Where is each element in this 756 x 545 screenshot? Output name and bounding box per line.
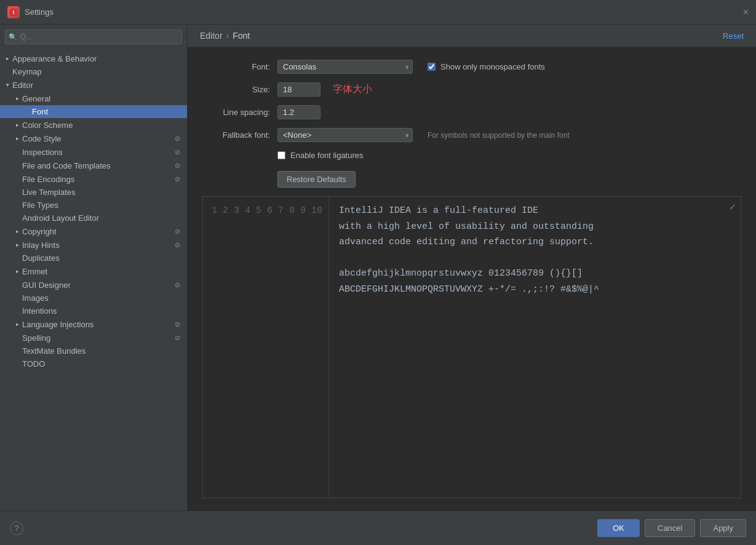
apply-button[interactable]: Apply (700, 519, 746, 537)
sidebar: 🔍 ▸Appearance & BehaviorKeymap▾Editor▸Ge… (0, 25, 188, 511)
sidebar-action-filecodetemplates[interactable]: ⊘ (172, 161, 182, 170)
line-spacing-input[interactable] (277, 105, 320, 119)
breadcrumb-current: Font (233, 31, 250, 41)
sidebar-label-guidesigner: GUI Designer (22, 280, 171, 290)
sidebar-label-duplicates: Duplicates (22, 253, 182, 263)
main-layout: 🔍 ▸Appearance & BehaviorKeymap▾Editor▸Ge… (0, 25, 756, 511)
sidebar-item-codestyle[interactable]: ▸Code Style⊘ (0, 132, 187, 145)
sidebar-label-languageinjections: Language Injections (22, 320, 171, 329)
sidebar-label-intentions: Intentions (22, 306, 182, 316)
sidebar-item-keymap[interactable]: Keymap (0, 65, 187, 78)
sidebar-action-copyright[interactable]: ⊘ (172, 226, 182, 236)
sidebar-item-fileencodings[interactable]: File Encodings⊘ (0, 172, 187, 186)
sidebar-item-inspections[interactable]: Inspections⊘ (0, 145, 187, 159)
font-select-wrapper: ConsolasCourier NewMonacoMenloJetBrains … (277, 60, 413, 74)
line-spacing-label: Line spacing: (202, 108, 270, 117)
code-preview: IntelliJ IDEA is a full-featured IDE wit… (329, 197, 725, 498)
tree-arrow-inlayhints: ▸ (12, 240, 22, 250)
sidebar-label-livetemplates: Live Templates (22, 188, 182, 197)
sidebar-item-androidlayout[interactable]: Android Layout Editor (0, 212, 187, 225)
restore-defaults-button[interactable]: Restore Defaults (277, 171, 356, 188)
search-icon: 🔍 (9, 33, 17, 41)
sidebar-item-copyright[interactable]: ▸Copyright⊘ (0, 225, 187, 238)
title-bar: I Settings × (0, 0, 756, 25)
check-icon: ✓ (725, 197, 741, 217)
tree-arrow-copyright: ▸ (12, 226, 22, 236)
bottom-buttons: OK Cancel Apply (597, 519, 746, 537)
monospaced-checkbox[interactable] (428, 63, 436, 71)
sidebar-label-font: Font (32, 107, 182, 116)
sidebar-label-todo: TODO (22, 359, 182, 368)
ligatures-label[interactable]: Enable font ligatures (290, 151, 364, 160)
sidebar-label-codestyle: Code Style (22, 134, 171, 143)
app-icon: I (7, 6, 20, 18)
tree-arrow-emmet: ▸ (12, 266, 22, 276)
sidebar-item-livetemplates[interactable]: Live Templates (0, 186, 187, 199)
sidebar-item-filecodetemplates[interactable]: File and Code Templates⊘ (0, 159, 187, 172)
monospaced-label[interactable]: Show only monospaced fonts (440, 62, 545, 71)
sidebar-label-images: Images (22, 293, 182, 303)
breadcrumb: Editor › Font (200, 31, 250, 41)
sidebar-item-colorscheme[interactable]: ▸Color Scheme (0, 118, 187, 132)
sidebar-label-fileencodings: File Encodings (22, 175, 171, 184)
sidebar-item-guidesigner[interactable]: GUI Designer⊘ (0, 278, 187, 292)
sidebar-action-guidesigner[interactable]: ⊘ (172, 280, 182, 290)
fallback-font-select[interactable]: <None>Arial Unicode MSFreeMono (277, 128, 413, 142)
sidebar-label-textmatebundles: TextMate Bundles (22, 346, 182, 356)
sidebar-item-duplicates[interactable]: Duplicates (0, 252, 187, 265)
line-spacing-row: Line spacing: (202, 105, 741, 119)
sidebar-label-copyright: Copyright (22, 227, 171, 236)
sidebar-label-keymap: Keymap (12, 67, 182, 76)
restore-row: Restore Defaults (202, 169, 741, 188)
reset-button[interactable]: Reset (723, 31, 744, 41)
sidebar-label-filetypes: File Types (22, 201, 182, 210)
sidebar-action-spelling[interactable]: ⊘ (172, 333, 182, 343)
sidebar-action-fileencodings[interactable]: ⊘ (172, 174, 182, 184)
sidebar-item-filetypes[interactable]: File Types (0, 199, 187, 212)
tree-arrow-editor: ▾ (2, 80, 12, 90)
help-button[interactable]: ? (10, 522, 23, 535)
search-input[interactable] (5, 30, 182, 44)
sidebar-action-inspections[interactable]: ⊘ (172, 147, 182, 157)
monospaced-checkbox-row: Show only monospaced fonts (428, 62, 545, 71)
fallback-select-wrapper: <None>Arial Unicode MSFreeMono (277, 128, 413, 142)
tree-arrow-colorscheme: ▸ (12, 120, 22, 130)
content-area: Editor › Font Reset Font: ConsolasCourie… (188, 25, 756, 511)
sidebar-item-font[interactable]: Font (0, 105, 187, 118)
cancel-button[interactable]: Cancel (645, 519, 695, 537)
breadcrumb-separator: › (226, 31, 229, 41)
sidebar-item-textmatebundles[interactable]: TextMate Bundles (0, 344, 187, 357)
sidebar-label-appearance: Appearance & Behavior (12, 54, 182, 63)
sidebar-label-emmet: Emmet (22, 267, 182, 276)
size-row: Size: 字体大小 (202, 82, 741, 97)
content-header: Editor › Font Reset (188, 25, 756, 47)
sidebar-label-colorscheme: Color Scheme (22, 121, 182, 130)
sidebar-item-spelling[interactable]: Spelling⊘ (0, 331, 187, 344)
size-input[interactable] (277, 82, 320, 97)
font-select[interactable]: ConsolasCourier NewMonacoMenloJetBrains … (277, 60, 413, 74)
preview-area: 1 2 3 4 5 6 7 8 9 10 IntelliJ IDEA is a … (202, 196, 741, 498)
sidebar-item-inlayhints[interactable]: ▸Inlay Hints⊘ (0, 238, 187, 252)
sidebar-action-codestyle[interactable]: ⊘ (172, 133, 182, 143)
sidebar-item-languageinjections[interactable]: ▸Language Injections⊘ (0, 317, 187, 331)
bottom-bar: ? OK Cancel Apply (0, 511, 756, 545)
sidebar-item-appearance[interactable]: ▸Appearance & Behavior (0, 52, 187, 65)
sidebar-item-intentions[interactable]: Intentions (0, 304, 187, 317)
sidebar-label-general: General (22, 94, 182, 103)
sidebar-action-languageinjections[interactable]: ⊘ (172, 319, 182, 329)
ok-button[interactable]: OK (597, 519, 640, 537)
sidebar-label-spelling: Spelling (22, 333, 171, 343)
sidebar-item-emmet[interactable]: ▸Emmet (0, 265, 187, 278)
ligatures-checkbox[interactable] (277, 151, 285, 159)
close-button[interactable]: × (743, 7, 749, 18)
sidebar-item-editor[interactable]: ▾Editor (0, 78, 187, 92)
sidebar-item-images[interactable]: Images (0, 292, 187, 304)
tree-arrow-languageinjections: ▸ (12, 319, 22, 329)
fallback-hint: For symbols not supported by the main fo… (428, 131, 570, 140)
sidebar-item-general[interactable]: ▸General (0, 92, 187, 105)
sidebar-action-inlayhints[interactable]: ⊘ (172, 240, 182, 250)
window-title: Settings (25, 7, 54, 17)
content-body: Font: ConsolasCourier NewMonacoMenloJetB… (188, 47, 756, 511)
fallback-font-row: Fallback font: <None>Arial Unicode MSFre… (202, 128, 741, 142)
sidebar-item-todo[interactable]: TODO (0, 357, 187, 370)
